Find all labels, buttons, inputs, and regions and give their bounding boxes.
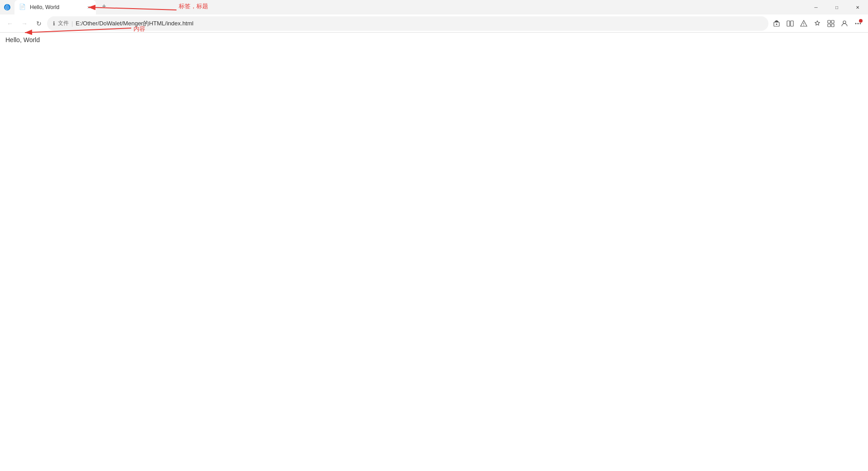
security-icon: ℹ <box>53 20 55 27</box>
tab-close-button[interactable]: × <box>85 4 92 11</box>
more-options-button[interactable] <box>852 17 864 30</box>
back-button[interactable]: ← <box>4 17 16 30</box>
url-input[interactable] <box>76 20 763 27</box>
svg-point-13 <box>855 23 857 24</box>
svg-point-7 <box>803 25 804 26</box>
title-bar: 📄 Hello, World × + ─ □ ✕ <box>0 0 868 14</box>
svg-rect-3 <box>787 21 790 26</box>
collections-button[interactable] <box>825 17 837 30</box>
address-bar[interactable]: ℹ 文件 | <box>47 16 768 31</box>
close-button[interactable]: ✕ <box>847 0 868 14</box>
svg-rect-11 <box>831 24 834 27</box>
reading-view-button[interactable] <box>797 17 810 30</box>
browser-icon <box>0 0 14 14</box>
active-tab[interactable]: 📄 Hello, World × <box>14 0 96 14</box>
svg-rect-9 <box>831 20 834 23</box>
window-controls: ─ □ ✕ <box>806 0 868 14</box>
page-text: Hello, World <box>5 36 863 43</box>
svg-rect-8 <box>828 20 830 23</box>
minimize-button[interactable]: ─ <box>806 0 826 14</box>
svg-point-14 <box>858 23 859 24</box>
extensions-button[interactable] <box>770 17 783 30</box>
maximize-button[interactable]: □ <box>826 0 847 14</box>
svg-rect-4 <box>791 21 793 26</box>
split-screen-button[interactable] <box>784 17 796 30</box>
address-file-label: 文件 <box>58 19 69 27</box>
refresh-button[interactable]: ↻ <box>33 17 45 30</box>
svg-point-12 <box>843 21 846 24</box>
address-separator: | <box>72 20 73 27</box>
tab-favicon-icon: 📄 <box>19 4 26 11</box>
svg-point-2 <box>776 24 777 25</box>
forward-button[interactable]: → <box>18 17 31 30</box>
new-tab-button[interactable]: + <box>98 0 110 13</box>
svg-point-15 <box>860 23 861 24</box>
svg-rect-10 <box>828 24 830 27</box>
favorites-button[interactable] <box>811 17 824 30</box>
page-content: Hello, World <box>0 33 868 471</box>
tab-title: Hello, World <box>30 4 81 10</box>
toolbar: ← → ↻ ℹ 文件 | <box>0 14 868 33</box>
toolbar-actions <box>770 17 864 30</box>
tab-bar: 📄 Hello, World × + <box>14 0 806 14</box>
profile-button[interactable] <box>838 17 851 30</box>
